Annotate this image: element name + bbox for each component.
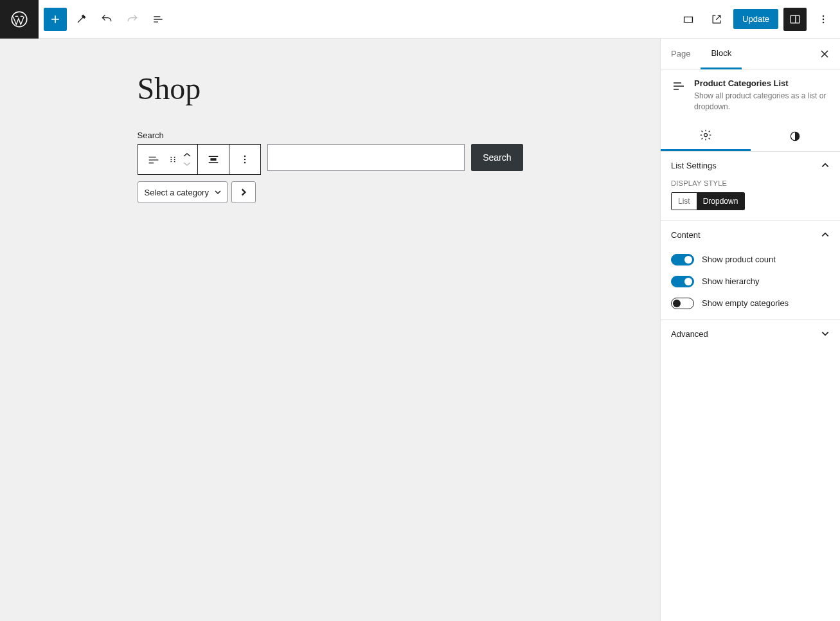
chevron-down-icon	[821, 329, 830, 338]
chevron-down-icon	[214, 188, 222, 196]
wordpress-logo[interactable]	[0, 0, 39, 39]
toggle-show-hierarchy-label: Show hierarchy	[702, 276, 760, 286]
display-style-group: List Dropdown	[671, 192, 745, 210]
document-overview-button[interactable]	[147, 8, 170, 31]
move-down-button[interactable]	[181, 159, 193, 168]
display-style-label: Display Style	[671, 179, 830, 187]
block-card: Product Categories List Show all product…	[661, 69, 840, 122]
view-button[interactable]	[677, 8, 700, 31]
chevron-up-icon	[821, 230, 830, 239]
search-label: Search	[138, 130, 523, 140]
panel-content-title: Content	[671, 230, 701, 240]
styles-icon	[789, 130, 801, 143]
block-toolbar	[138, 144, 261, 175]
panel-list-settings-header[interactable]: List Settings	[661, 152, 840, 179]
settings-sidebar: Page Block Product Categories List Show …	[660, 39, 840, 621]
search-input[interactable]	[267, 144, 465, 171]
svg-point-9	[174, 159, 175, 160]
svg-point-16	[704, 134, 707, 137]
toggle-show-empty-label: Show empty categories	[702, 298, 789, 308]
product-categories-icon	[671, 78, 686, 113]
block-card-title: Product Categories List	[694, 78, 830, 88]
display-style-dropdown[interactable]: Dropdown	[697, 193, 745, 210]
editor-top-bar: Update	[0, 0, 840, 39]
drag-handle[interactable]	[165, 148, 181, 171]
svg-rect-12	[210, 158, 216, 161]
svg-point-10	[170, 161, 172, 162]
svg-point-8	[170, 159, 172, 160]
panel-list-settings-title: List Settings	[671, 161, 717, 170]
toggle-show-product-count[interactable]	[671, 254, 694, 266]
undo-button[interactable]	[95, 8, 118, 31]
toggle-show-empty[interactable]	[671, 298, 694, 309]
svg-point-13	[244, 156, 246, 158]
search-button[interactable]: Search	[471, 144, 523, 171]
tab-block[interactable]: Block	[701, 39, 742, 69]
panel-advanced-header[interactable]: Advanced	[661, 320, 840, 348]
gear-icon	[699, 129, 712, 141]
svg-point-4	[823, 18, 825, 20]
block-options-button[interactable]	[233, 148, 256, 171]
svg-point-15	[244, 162, 246, 164]
category-dropdown[interactable]: Select a category	[138, 181, 228, 203]
panel-tab-settings[interactable]	[661, 122, 751, 151]
block-type-button[interactable]	[142, 148, 165, 171]
svg-rect-1	[791, 15, 799, 23]
tab-page[interactable]: Page	[661, 39, 701, 69]
editor-canvas[interactable]: Shop Search	[0, 39, 660, 621]
svg-point-11	[174, 161, 175, 162]
preview-button[interactable]	[705, 8, 728, 31]
panel-content-header[interactable]: Content	[661, 221, 840, 249]
svg-point-5	[823, 21, 825, 23]
panel-advanced-title: Advanced	[671, 329, 708, 339]
move-up-button[interactable]	[181, 150, 193, 159]
update-button[interactable]: Update	[733, 9, 778, 29]
svg-point-3	[823, 15, 825, 17]
toggle-show-hierarchy[interactable]	[671, 276, 694, 287]
go-button[interactable]	[231, 181, 256, 203]
settings-toggle-button[interactable]	[783, 8, 807, 31]
close-sidebar-button[interactable]	[816, 45, 834, 63]
toggle-show-product-count-label: Show product count	[702, 255, 776, 264]
category-dropdown-label: Select a category	[145, 188, 209, 197]
redo-button[interactable]	[121, 8, 144, 31]
display-style-list[interactable]: List	[672, 193, 697, 210]
svg-point-14	[244, 159, 246, 161]
page-title[interactable]: Shop	[138, 71, 523, 106]
add-block-button[interactable]	[44, 8, 67, 31]
align-button[interactable]	[202, 148, 225, 171]
options-button[interactable]	[812, 8, 835, 31]
block-card-description: Show all product categories as a list or…	[694, 91, 830, 113]
tools-button[interactable]	[69, 8, 93, 31]
svg-point-6	[170, 157, 172, 158]
chevron-up-icon	[821, 161, 830, 170]
panel-tab-styles[interactable]	[751, 122, 841, 151]
svg-point-7	[174, 157, 175, 158]
